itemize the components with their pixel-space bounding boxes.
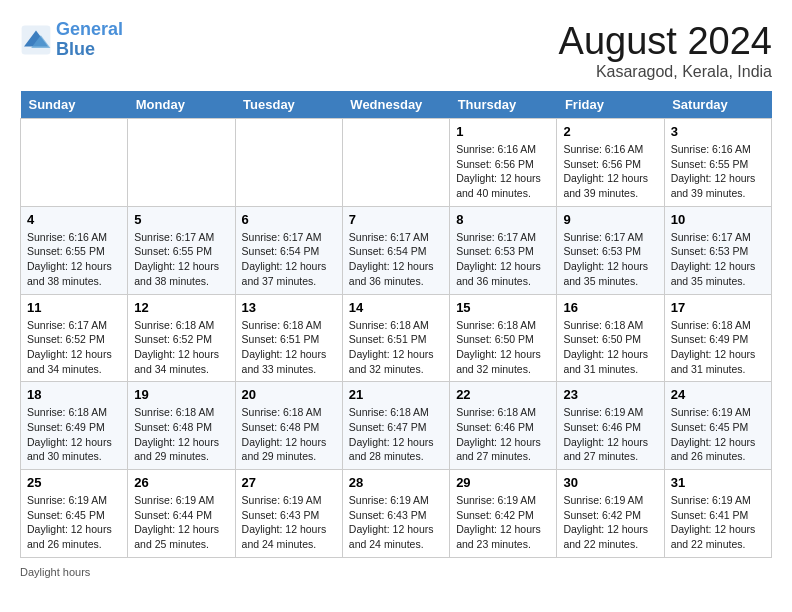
day-header-friday: Friday	[557, 91, 664, 119]
calendar-cell: 18Sunrise: 6:18 AM Sunset: 6:49 PM Dayli…	[21, 382, 128, 470]
day-info: Sunrise: 6:18 AM Sunset: 6:51 PM Dayligh…	[242, 318, 336, 377]
day-number: 30	[563, 475, 657, 490]
day-number: 29	[456, 475, 550, 490]
day-info: Sunrise: 6:18 AM Sunset: 6:46 PM Dayligh…	[456, 405, 550, 464]
day-number: 4	[27, 212, 121, 227]
calendar-cell: 27Sunrise: 6:19 AM Sunset: 6:43 PM Dayli…	[235, 470, 342, 558]
day-info: Sunrise: 6:17 AM Sunset: 6:53 PM Dayligh…	[563, 230, 657, 289]
calendar-cell: 13Sunrise: 6:18 AM Sunset: 6:51 PM Dayli…	[235, 294, 342, 382]
logo: General Blue	[20, 20, 123, 60]
day-number: 23	[563, 387, 657, 402]
week-row-4: 18Sunrise: 6:18 AM Sunset: 6:49 PM Dayli…	[21, 382, 772, 470]
calendar-cell: 3Sunrise: 6:16 AM Sunset: 6:55 PM Daylig…	[664, 119, 771, 207]
day-number: 7	[349, 212, 443, 227]
calendar-cell: 4Sunrise: 6:16 AM Sunset: 6:55 PM Daylig…	[21, 206, 128, 294]
day-number: 19	[134, 387, 228, 402]
day-info: Sunrise: 6:16 AM Sunset: 6:55 PM Dayligh…	[27, 230, 121, 289]
day-info: Sunrise: 6:18 AM Sunset: 6:52 PM Dayligh…	[134, 318, 228, 377]
footer: Daylight hours	[20, 566, 772, 578]
day-number: 13	[242, 300, 336, 315]
day-number: 16	[563, 300, 657, 315]
location: Kasaragod, Kerala, India	[559, 63, 772, 81]
day-header-thursday: Thursday	[450, 91, 557, 119]
month-title: August 2024	[559, 20, 772, 63]
day-number: 27	[242, 475, 336, 490]
day-info: Sunrise: 6:17 AM Sunset: 6:53 PM Dayligh…	[456, 230, 550, 289]
day-number: 24	[671, 387, 765, 402]
week-row-1: 1Sunrise: 6:16 AM Sunset: 6:56 PM Daylig…	[21, 119, 772, 207]
day-number: 25	[27, 475, 121, 490]
calendar-cell: 8Sunrise: 6:17 AM Sunset: 6:53 PM Daylig…	[450, 206, 557, 294]
logo-icon	[20, 24, 52, 56]
day-info: Sunrise: 6:18 AM Sunset: 6:48 PM Dayligh…	[134, 405, 228, 464]
day-info: Sunrise: 6:19 AM Sunset: 6:41 PM Dayligh…	[671, 493, 765, 552]
day-info: Sunrise: 6:18 AM Sunset: 6:51 PM Dayligh…	[349, 318, 443, 377]
calendar-cell: 16Sunrise: 6:18 AM Sunset: 6:50 PM Dayli…	[557, 294, 664, 382]
day-info: Sunrise: 6:17 AM Sunset: 6:54 PM Dayligh…	[349, 230, 443, 289]
calendar-cell: 29Sunrise: 6:19 AM Sunset: 6:42 PM Dayli…	[450, 470, 557, 558]
days-header-row: SundayMondayTuesdayWednesdayThursdayFrid…	[21, 91, 772, 119]
day-info: Sunrise: 6:18 AM Sunset: 6:47 PM Dayligh…	[349, 405, 443, 464]
day-number: 31	[671, 475, 765, 490]
day-number: 8	[456, 212, 550, 227]
calendar-table: SundayMondayTuesdayWednesdayThursdayFrid…	[20, 91, 772, 558]
day-number: 18	[27, 387, 121, 402]
calendar-cell: 10Sunrise: 6:17 AM Sunset: 6:53 PM Dayli…	[664, 206, 771, 294]
logo-text: General Blue	[56, 20, 123, 60]
day-number: 28	[349, 475, 443, 490]
calendar-cell: 30Sunrise: 6:19 AM Sunset: 6:42 PM Dayli…	[557, 470, 664, 558]
day-number: 5	[134, 212, 228, 227]
day-info: Sunrise: 6:19 AM Sunset: 6:45 PM Dayligh…	[27, 493, 121, 552]
day-header-tuesday: Tuesday	[235, 91, 342, 119]
calendar-cell: 7Sunrise: 6:17 AM Sunset: 6:54 PM Daylig…	[342, 206, 449, 294]
day-info: Sunrise: 6:19 AM Sunset: 6:46 PM Dayligh…	[563, 405, 657, 464]
day-info: Sunrise: 6:19 AM Sunset: 6:45 PM Dayligh…	[671, 405, 765, 464]
calendar-cell	[128, 119, 235, 207]
calendar-cell: 26Sunrise: 6:19 AM Sunset: 6:44 PM Dayli…	[128, 470, 235, 558]
day-info: Sunrise: 6:17 AM Sunset: 6:53 PM Dayligh…	[671, 230, 765, 289]
day-number: 14	[349, 300, 443, 315]
week-row-5: 25Sunrise: 6:19 AM Sunset: 6:45 PM Dayli…	[21, 470, 772, 558]
day-number: 6	[242, 212, 336, 227]
calendar-cell: 24Sunrise: 6:19 AM Sunset: 6:45 PM Dayli…	[664, 382, 771, 470]
day-info: Sunrise: 6:18 AM Sunset: 6:50 PM Dayligh…	[563, 318, 657, 377]
calendar-body: 1Sunrise: 6:16 AM Sunset: 6:56 PM Daylig…	[21, 119, 772, 558]
day-number: 9	[563, 212, 657, 227]
day-info: Sunrise: 6:16 AM Sunset: 6:55 PM Dayligh…	[671, 142, 765, 201]
page-header: General Blue August 2024 Kasaragod, Kera…	[20, 20, 772, 81]
day-info: Sunrise: 6:18 AM Sunset: 6:49 PM Dayligh…	[671, 318, 765, 377]
day-info: Sunrise: 6:19 AM Sunset: 6:42 PM Dayligh…	[563, 493, 657, 552]
day-number: 1	[456, 124, 550, 139]
calendar-cell: 1Sunrise: 6:16 AM Sunset: 6:56 PM Daylig…	[450, 119, 557, 207]
day-number: 26	[134, 475, 228, 490]
calendar-cell: 28Sunrise: 6:19 AM Sunset: 6:43 PM Dayli…	[342, 470, 449, 558]
day-number: 21	[349, 387, 443, 402]
day-number: 15	[456, 300, 550, 315]
week-row-3: 11Sunrise: 6:17 AM Sunset: 6:52 PM Dayli…	[21, 294, 772, 382]
day-header-monday: Monday	[128, 91, 235, 119]
day-info: Sunrise: 6:19 AM Sunset: 6:43 PM Dayligh…	[242, 493, 336, 552]
day-number: 11	[27, 300, 121, 315]
calendar-cell: 17Sunrise: 6:18 AM Sunset: 6:49 PM Dayli…	[664, 294, 771, 382]
calendar-cell: 22Sunrise: 6:18 AM Sunset: 6:46 PM Dayli…	[450, 382, 557, 470]
calendar-cell: 12Sunrise: 6:18 AM Sunset: 6:52 PM Dayli…	[128, 294, 235, 382]
calendar-cell: 6Sunrise: 6:17 AM Sunset: 6:54 PM Daylig…	[235, 206, 342, 294]
calendar-cell: 19Sunrise: 6:18 AM Sunset: 6:48 PM Dayli…	[128, 382, 235, 470]
day-info: Sunrise: 6:19 AM Sunset: 6:42 PM Dayligh…	[456, 493, 550, 552]
calendar-cell: 21Sunrise: 6:18 AM Sunset: 6:47 PM Dayli…	[342, 382, 449, 470]
daylight-label: Daylight hours	[20, 566, 90, 578]
day-info: Sunrise: 6:18 AM Sunset: 6:50 PM Dayligh…	[456, 318, 550, 377]
calendar-cell: 11Sunrise: 6:17 AM Sunset: 6:52 PM Dayli…	[21, 294, 128, 382]
day-info: Sunrise: 6:17 AM Sunset: 6:54 PM Dayligh…	[242, 230, 336, 289]
calendar-cell: 5Sunrise: 6:17 AM Sunset: 6:55 PM Daylig…	[128, 206, 235, 294]
day-number: 3	[671, 124, 765, 139]
calendar-cell: 15Sunrise: 6:18 AM Sunset: 6:50 PM Dayli…	[450, 294, 557, 382]
day-info: Sunrise: 6:16 AM Sunset: 6:56 PM Dayligh…	[563, 142, 657, 201]
day-number: 22	[456, 387, 550, 402]
day-info: Sunrise: 6:17 AM Sunset: 6:52 PM Dayligh…	[27, 318, 121, 377]
calendar-cell	[342, 119, 449, 207]
day-info: Sunrise: 6:18 AM Sunset: 6:49 PM Dayligh…	[27, 405, 121, 464]
calendar-cell: 31Sunrise: 6:19 AM Sunset: 6:41 PM Dayli…	[664, 470, 771, 558]
day-number: 10	[671, 212, 765, 227]
day-number: 12	[134, 300, 228, 315]
